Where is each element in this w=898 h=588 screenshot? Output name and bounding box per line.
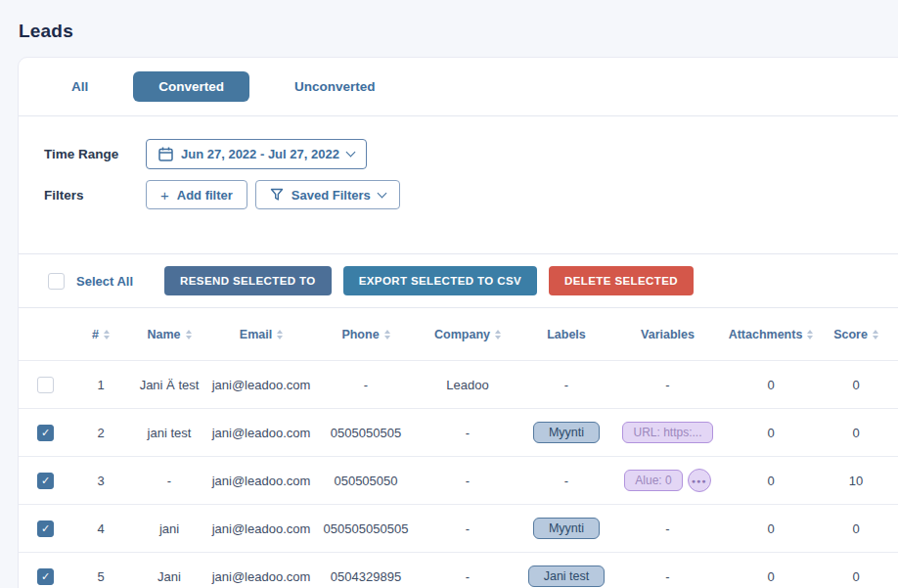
cell-attachments: 0	[719, 378, 823, 392]
row-checkbox[interactable]	[37, 377, 54, 393]
cell-email: jani@leadoo.com	[209, 521, 313, 536]
row-checkbox[interactable]: ✓	[37, 473, 54, 489]
cell-variables: Alue: 0●●●	[616, 469, 719, 492]
export-selected-button[interactable]: EXPORT SELECTED TO CSV	[343, 266, 537, 295]
chevron-down-icon	[345, 148, 355, 158]
tab-all[interactable]: All	[54, 71, 106, 102]
cell-labels: Myynti	[516, 422, 616, 443]
cell-name: -	[129, 474, 209, 488]
add-filter-label: Add filter	[177, 188, 233, 203]
cell-phone: 0504329895	[313, 569, 419, 584]
cell-labels: Jani test	[516, 565, 616, 587]
table-row: ✓ 5 Jani jani@leadoo.com 0504329895 - Ja…	[19, 552, 898, 588]
cell-score: 0	[823, 521, 889, 536]
resend-selected-button[interactable]: RESEND SELECTED TO	[164, 266, 332, 295]
cell-name: Jani Ä test	[129, 378, 209, 392]
column-header[interactable]: Variables	[616, 328, 719, 341]
column-label: #	[92, 328, 99, 341]
column-label: Phone	[341, 328, 379, 341]
add-filter-button[interactable]: + Add filter	[146, 180, 247, 209]
select-all-checkbox[interactable]	[48, 273, 65, 290]
cell-score: 0	[823, 569, 889, 584]
filter-section: Time Range Jun 27, 2022 - Jul 27, 2022 F…	[19, 116, 898, 253]
cell-phone: 050505050	[313, 474, 419, 488]
column-header[interactable]: Company	[419, 328, 516, 341]
cell-score: 0	[823, 378, 889, 392]
sort-icon	[807, 330, 813, 339]
sort-icon	[384, 330, 390, 339]
cell-phone: 0505050505	[313, 426, 419, 440]
table-row: ✓ 4 jani jani@leadoo.com 050505050505 - …	[19, 504, 898, 552]
saved-filters-button[interactable]: Saved Filters	[255, 180, 400, 209]
bulk-actions-bar: Select All RESEND SELECTED TO EXPORT SEL…	[19, 254, 898, 308]
cell-company: -	[419, 569, 516, 584]
cell-company: -	[419, 474, 516, 488]
cell-name: jani test	[129, 426, 209, 440]
label-badge[interactable]: Myynti	[533, 518, 600, 539]
cell-variables: URL: https:...	[616, 422, 719, 443]
delete-selected-button[interactable]: DELETE SELECTED	[549, 266, 694, 295]
label-badge[interactable]: Myynti	[533, 422, 600, 443]
filters-label: Filters	[44, 188, 146, 203]
row-checkbox[interactable]: ✓	[37, 568, 54, 585]
column-label: Email	[240, 328, 272, 341]
cell-variables: -	[616, 378, 719, 392]
funnel-icon	[270, 188, 284, 202]
plus-icon: +	[160, 187, 169, 204]
date-range-picker[interactable]: Jun 27, 2022 - Jul 27, 2022	[146, 139, 367, 169]
table-header-row: # Name Email Phone Company Labels Variab…	[19, 308, 898, 360]
table-body: 1 Jani Ä test jani@leadoo.com - Leadoo -…	[19, 360, 898, 588]
cell-labels: -	[516, 474, 616, 488]
time-range-label: Time Range	[44, 147, 146, 161]
cell-attachments: 0	[719, 569, 823, 584]
sort-icon	[277, 330, 283, 339]
cell-email: jani@leadoo.com	[209, 569, 313, 584]
row-checkbox[interactable]: ✓	[37, 425, 54, 441]
cell-score: 10	[823, 474, 889, 488]
column-label: Labels	[547, 328, 586, 341]
column-header[interactable]: Email	[209, 328, 313, 341]
cell-labels: -	[516, 378, 616, 392]
more-variables-button[interactable]: ●●●	[688, 469, 711, 492]
page-title: Leads	[0, 0, 898, 42]
cell-attachments: 0	[719, 521, 823, 536]
column-header[interactable]: Score	[823, 328, 889, 341]
cell-attachments: 0	[719, 474, 823, 488]
label-badge[interactable]: Jani test	[528, 565, 606, 587]
date-range-value: Jun 27, 2022 - Jul 27, 2022	[181, 147, 339, 161]
column-header[interactable]: #	[72, 328, 129, 341]
column-header[interactable]: Attachments	[719, 328, 823, 341]
cell-variables: -	[616, 521, 719, 536]
cell-company: Leadoo	[419, 378, 516, 392]
column-label: Name	[147, 328, 180, 341]
cell-email: jani@leadoo.com	[209, 378, 313, 392]
sort-icon	[495, 330, 501, 339]
sort-icon	[873, 330, 878, 339]
cell-labels: Myynti	[516, 518, 616, 539]
sort-icon	[186, 330, 192, 339]
tab-converted[interactable]: Converted	[133, 71, 249, 102]
column-label: Company	[434, 328, 490, 341]
column-header[interactable]: Name	[129, 328, 209, 341]
calendar-icon	[158, 147, 173, 161]
column-header[interactable]: Phone	[313, 328, 419, 341]
cell-number: 4	[72, 521, 129, 536]
select-all-label: Select All	[76, 274, 133, 289]
column-label: Attachments	[729, 328, 803, 341]
cell-number: 1	[72, 378, 129, 392]
chevron-down-icon	[377, 188, 386, 198]
column-header[interactable]: Labels	[516, 328, 616, 341]
tab-unconverted[interactable]: Unconverted	[277, 71, 393, 102]
cell-number: 2	[72, 426, 129, 440]
cell-phone: 050505050505	[313, 521, 419, 536]
tabs-bar: All Converted Unconverted	[19, 58, 898, 116]
leads-card: All Converted Unconverted Time Range Jun…	[18, 57, 898, 588]
row-checkbox[interactable]: ✓	[37, 520, 54, 537]
table-row: ✓ 3 - jani@leadoo.com 050505050 - - Alue…	[19, 456, 898, 504]
column-label: Variables	[641, 328, 695, 341]
variable-badge[interactable]: Alue: 0	[624, 470, 682, 491]
cell-number: 5	[72, 569, 129, 584]
cell-company: -	[419, 521, 516, 536]
cell-email: jani@leadoo.com	[209, 426, 313, 440]
variable-badge[interactable]: URL: https:...	[622, 422, 712, 443]
